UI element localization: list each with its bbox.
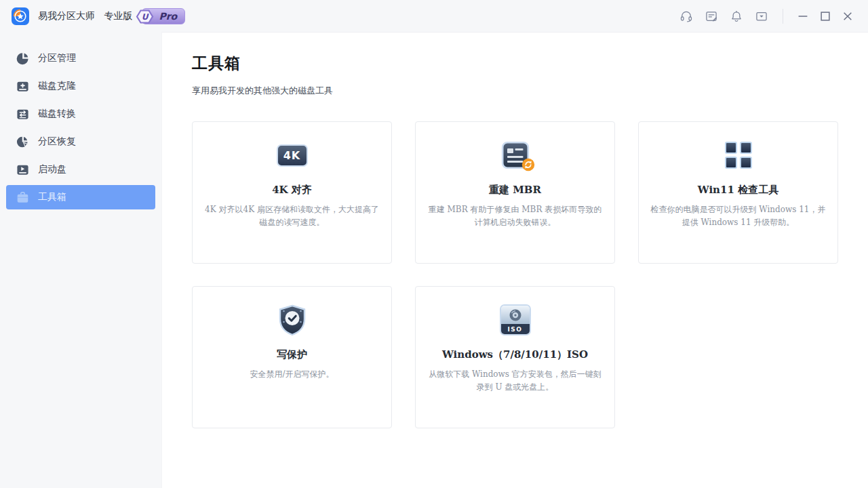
bootable-disk-icon bbox=[16, 163, 29, 176]
card-icon-area bbox=[193, 303, 391, 337]
card-title: Windows（7/8/10/11）ISO bbox=[416, 348, 614, 361]
page-title: 工具箱 bbox=[192, 53, 868, 74]
pro-label: Pro bbox=[159, 11, 177, 22]
close-button[interactable] bbox=[842, 11, 853, 22]
card-description: 检查你的电脑是否可以升级到 Windows 11，并提供 Windows 11 … bbox=[651, 203, 826, 228]
sidebar-item-toolbox[interactable]: 工具箱 bbox=[6, 185, 155, 209]
app-window: 易我分区大师 专业版 U Pro bbox=[0, 0, 868, 488]
pro-hex-letter: U bbox=[142, 12, 149, 22]
app-name: 易我分区大师 bbox=[38, 10, 95, 21]
pro-badge[interactable]: U Pro bbox=[142, 8, 185, 24]
tool-cards-grid: 4K 4K 对齐 4K 对齐以4K 扇区存储和读取文件，大大提高了磁盘的读写速度… bbox=[192, 121, 868, 428]
titlebar-left: 易我分区大师 专业版 U Pro bbox=[12, 7, 185, 25]
win11-square bbox=[725, 142, 737, 154]
card-windows-iso[interactable]: ISO Windows（7/8/10/11）ISO 从微软下载 Windows … bbox=[415, 286, 615, 428]
support-headset-icon[interactable] bbox=[679, 9, 693, 23]
minimize-button[interactable] bbox=[797, 11, 808, 22]
sidebar-item-label: 磁盘克隆 bbox=[38, 80, 76, 92]
win11-grid-icon bbox=[725, 142, 752, 169]
card-icon-area bbox=[639, 138, 837, 172]
card-win11-checker[interactable]: Win11 检查工具 检查你的电脑是否可以升级到 Windows 11，并提供 … bbox=[638, 121, 838, 264]
menu-dropdown-icon[interactable] bbox=[755, 9, 768, 23]
pro-hexagon-icon: U bbox=[136, 7, 154, 26]
page-subtitle: 享用易我开发的其他强大的磁盘工具 bbox=[192, 85, 868, 97]
iso-disc-icon: ISO bbox=[500, 304, 531, 336]
card-description: 重建 MBR 有助于修复由 MBR 表损坏而导致的计算机启动失败错误。 bbox=[428, 203, 603, 228]
win11-square bbox=[725, 157, 737, 169]
disk-convert-icon bbox=[16, 108, 29, 121]
card-description: 4K 对齐以4K 扇区存储和读取文件，大大提高了磁盘的读写速度。 bbox=[205, 203, 380, 228]
app-edition: 专业版 bbox=[104, 10, 132, 21]
main-content: 工具箱 享用易我开发的其他强大的磁盘工具 4K 4K 对齐 4K 对齐以4K 扇… bbox=[161, 32, 868, 488]
app-title: 易我分区大师 专业版 bbox=[38, 10, 132, 22]
sidebar-item-disk-convert[interactable]: 磁盘转换 bbox=[6, 102, 155, 126]
rebuild-mbr-icon bbox=[500, 140, 530, 170]
card-icon-area: ISO bbox=[416, 303, 614, 337]
card-description: 从微软下载 Windows 官方安装包，然后一键刻录到 U 盘或光盘上。 bbox=[428, 368, 603, 393]
sidebar-item-label: 工具箱 bbox=[38, 191, 66, 203]
card-title: 写保护 bbox=[193, 348, 391, 361]
pie-chart-icon bbox=[16, 52, 29, 65]
sidebar: 分区管理 磁盘克隆 磁盘转换 bbox=[0, 32, 161, 488]
card-title: 4K 对齐 bbox=[193, 184, 391, 197]
4k-badge-icon: 4K bbox=[277, 144, 308, 167]
shield-check-icon bbox=[277, 304, 308, 336]
notifications-bell-icon[interactable] bbox=[730, 9, 743, 23]
sidebar-item-partition-management[interactable]: 分区管理 bbox=[6, 46, 155, 70]
card-icon-area bbox=[416, 138, 614, 172]
toolbox-icon bbox=[16, 191, 29, 204]
partition-recovery-icon bbox=[16, 136, 29, 148]
sidebar-item-label: 分区恢复 bbox=[38, 136, 76, 148]
sidebar-item-label: 启动盘 bbox=[38, 163, 66, 176]
card-title: Win11 检查工具 bbox=[639, 184, 837, 197]
titlebar-right bbox=[679, 9, 853, 24]
card-rebuild-mbr[interactable]: 重建 MBR 重建 MBR 有助于修复由 MBR 表损坏而导致的计算机启动失败错… bbox=[415, 121, 615, 264]
sidebar-item-disk-clone[interactable]: 磁盘克隆 bbox=[6, 74, 155, 98]
card-title: 重建 MBR bbox=[416, 184, 614, 197]
app-logo-icon bbox=[12, 7, 29, 25]
card-4k-alignment[interactable]: 4K 4K 对齐 4K 对齐以4K 扇区存储和读取文件，大大提高了磁盘的读写速度… bbox=[192, 121, 392, 264]
card-description: 安全禁用/开启写保护。 bbox=[205, 368, 380, 381]
maximize-button[interactable] bbox=[820, 11, 831, 22]
win11-square bbox=[740, 142, 752, 154]
feedback-icon[interactable] bbox=[705, 9, 718, 23]
sidebar-item-bootable-disk[interactable]: 启动盘 bbox=[6, 157, 155, 182]
sidebar-item-label: 分区管理 bbox=[38, 52, 76, 64]
disc-graphic bbox=[501, 306, 530, 324]
refresh-badge-icon bbox=[521, 158, 535, 171]
titlebar-divider bbox=[783, 9, 783, 24]
card-write-protection[interactable]: 写保护 安全禁用/开启写保护。 bbox=[192, 286, 392, 428]
titlebar: 易我分区大师 专业版 U Pro bbox=[0, 0, 868, 32]
sidebar-item-label: 磁盘转换 bbox=[38, 108, 76, 120]
iso-label: ISO bbox=[501, 324, 530, 334]
sidebar-item-partition-recovery[interactable]: 分区恢复 bbox=[6, 129, 155, 154]
disk-clone-icon bbox=[16, 80, 29, 93]
card-icon-area: 4K bbox=[193, 138, 391, 172]
win11-square bbox=[740, 157, 752, 169]
